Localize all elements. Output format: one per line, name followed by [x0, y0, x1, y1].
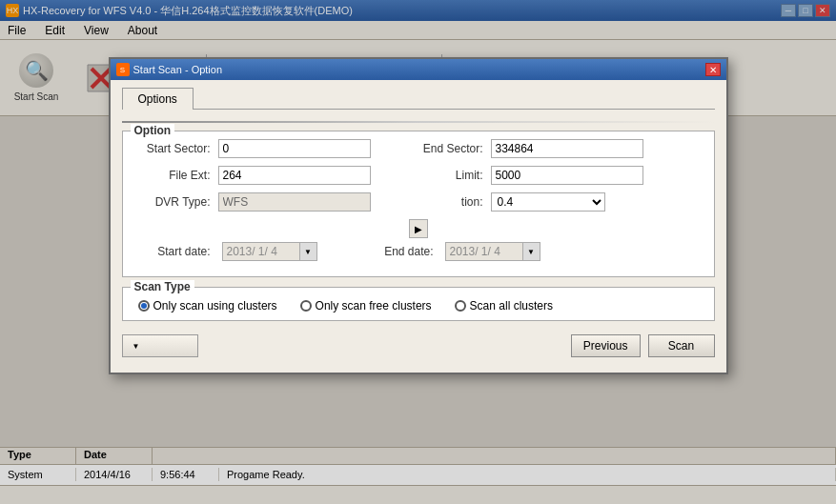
version-label: tion:	[407, 195, 483, 209]
end-sector-label: End Sector:	[407, 142, 483, 155]
sector-row: Start Sector: End Sector:	[134, 139, 703, 158]
end-date-picker-button[interactable]: ▼	[522, 243, 540, 260]
end-date-input-wrap: ▼	[445, 242, 540, 261]
dialog: S Start Scan - Option ✕ Options Option S…	[109, 57, 728, 374]
scan-all-clusters-option[interactable]: Scan all clusters	[455, 299, 553, 312]
limit-group: Limit:	[407, 166, 643, 185]
dialog-footer: ▼ Previous Scan	[122, 331, 715, 361]
radio-row: Only scan using clusters Only scan free …	[138, 295, 699, 312]
dialog-title-left: S Start Scan - Option	[116, 63, 223, 76]
start-date-input-wrap: ▼	[222, 242, 317, 261]
scan-button[interactable]: Scan	[648, 334, 715, 357]
dialog-title-bar: S Start Scan - Option ✕	[111, 59, 726, 80]
scan-using-clusters-radio[interactable]	[138, 300, 150, 312]
file-ext-input[interactable]	[218, 166, 371, 185]
end-sector-group: End Sector:	[407, 139, 643, 158]
option-section: Option Start Sector: End Sector: Fil	[122, 131, 715, 277]
scan-type-label: Scan Type	[131, 280, 194, 293]
dialog-title-icon: S	[116, 63, 130, 76]
start-date-picker-button[interactable]: ▼	[299, 243, 316, 260]
start-date-input[interactable]	[223, 243, 299, 260]
file-ext-label: File Ext:	[134, 169, 211, 182]
end-date-label: End date:	[357, 245, 434, 258]
start-sector-group: Start Sector:	[134, 139, 371, 158]
limit-input[interactable]	[491, 166, 643, 185]
version-select[interactable]: 0.4	[491, 192, 605, 212]
version-group: tion: 0.4	[407, 192, 605, 212]
modal-overlay: S Start Scan - Option ✕ Options Option S…	[0, 0, 836, 504]
tab-underline	[122, 121, 715, 123]
limit-label: Limit:	[407, 169, 483, 182]
dvr-type-label: DVR Type:	[134, 195, 211, 209]
start-sector-input[interactable]	[218, 139, 371, 158]
dialog-title-text: Start Scan - Option	[133, 64, 223, 75]
dialog-body: Options Option Start Sector: End Sector:	[111, 80, 726, 373]
date-row: Start date: ▼ End date: ▼	[134, 242, 703, 261]
scan-all-clusters-label: Scan all clusters	[470, 299, 553, 312]
arrow-button[interactable]: ▶	[409, 219, 428, 238]
footer-left: ▼	[122, 334, 563, 357]
end-sector-input[interactable]	[491, 139, 643, 158]
footer-dropdown-button[interactable]: ▼	[122, 334, 198, 357]
previous-button[interactable]: Previous	[571, 334, 641, 357]
arrow-row: ▶	[134, 219, 703, 238]
scan-using-clusters-option[interactable]: Only scan using clusters	[138, 299, 277, 312]
dialog-close-button[interactable]: ✕	[705, 63, 721, 76]
end-date-input[interactable]	[446, 243, 522, 260]
file-ext-row: File Ext: Limit:	[134, 166, 703, 185]
option-section-label: Option	[131, 124, 175, 137]
options-tab[interactable]: Options	[122, 88, 194, 110]
dvr-type-group: DVR Type:	[134, 192, 371, 212]
file-ext-group: File Ext:	[134, 166, 371, 185]
scan-type-section: Scan Type Only scan using clusters Only …	[122, 287, 715, 321]
dvr-type-input[interactable]	[218, 192, 371, 212]
scan-using-clusters-label: Only scan using clusters	[153, 299, 277, 312]
dropdown-arrow-icon: ▼	[133, 342, 140, 351]
scan-free-clusters-label: Only scan free clusters	[316, 299, 432, 312]
start-sector-label: Start Sector:	[134, 142, 211, 155]
start-date-label: Start date:	[134, 245, 211, 258]
scan-free-clusters-radio[interactable]	[300, 300, 312, 312]
dialog-tabs: Options	[122, 88, 715, 110]
dvr-type-row: DVR Type: tion: 0.4	[134, 192, 703, 212]
scan-all-clusters-radio[interactable]	[455, 300, 466, 312]
scan-free-clusters-option[interactable]: Only scan free clusters	[300, 299, 432, 312]
